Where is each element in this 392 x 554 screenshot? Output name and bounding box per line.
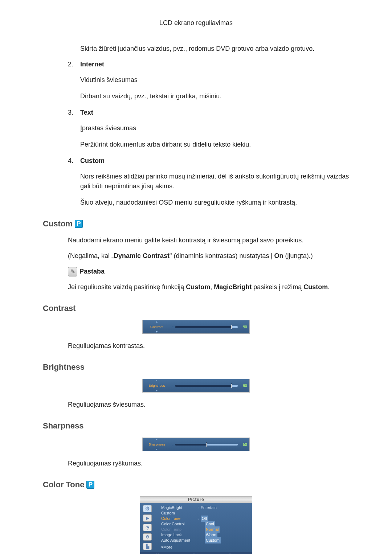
list-desc: Dirbant su vaizdų, pvz., tekstai ir graf… [80, 91, 349, 101]
txt-bold: Dynamic Contrast [114, 252, 170, 259]
list-desc: Įprastas šviesumas [80, 123, 349, 133]
section-colortone-heading: Color Tone P [43, 479, 349, 491]
txt-bold: MagicBright [214, 283, 252, 291]
osd-brightness: Brightness : 90 [43, 379, 349, 393]
osd-bar-label: Brightness [149, 383, 165, 387]
osd-menu-list: MagicBright : EntertainCustomColor Tone … [155, 503, 252, 552]
osd-sep: : [198, 505, 199, 510]
time-icon[interactable]: ◔ [143, 524, 152, 531]
osd-menu-row[interactable]: Color Temp.Normal [161, 527, 252, 532]
footer-move: ✦ Move [152, 553, 165, 554]
contrast-desc: Reguliuojamas kontrastas. [68, 341, 349, 351]
osd-menu-row[interactable]: MagicBright : Entertain [161, 505, 252, 510]
osd-track[interactable] [175, 326, 238, 328]
osd-thumb[interactable] [231, 383, 232, 388]
txt: pasikeis į režimą [252, 283, 303, 291]
osd-menu-footer: ✦ Move ↵ Enter ↺ Return [140, 552, 252, 554]
multi-icon[interactable]: ▙ [143, 543, 152, 550]
txt: " (dinaminis kontrastas) nustatytas į [170, 252, 274, 259]
input-icon[interactable]: ▶ [143, 514, 152, 522]
list-title: Text [80, 108, 93, 118]
txt: (įjungta).) [283, 252, 313, 259]
osd-menu-iconcol: 🖼 ▶ ◔ ⚙ ▙ [140, 503, 155, 552]
list-title: Custom [80, 156, 105, 166]
list-desc: Vidutinis šviesumas [80, 75, 349, 85]
header-title: LCD ekrano reguliavimas [159, 19, 233, 26]
osd-fill [175, 385, 232, 387]
list-number: 4. [68, 156, 80, 166]
section-contrast-heading: Contrast [43, 302, 349, 314]
osd-menu-colortone: Picture 🖼 ▶ ◔ ⚙ ▙ MagicBright : Entertai… [43, 496, 349, 554]
osd-menu-row[interactable]: Image LockWarm [161, 532, 252, 538]
list-desc: Peržiūrint dokumentus arba dirbant su di… [80, 140, 349, 149]
osd-sep: : [198, 516, 199, 521]
osd-menu-title: Picture [140, 497, 252, 503]
osd-menu-row[interactable]: Auto AdjustmentCustom [161, 538, 252, 543]
txt: . [328, 283, 330, 291]
section-title-text: Sharpness [43, 420, 84, 432]
brightness-desc: Reguliuojamas šviesumas. [68, 400, 349, 410]
section-brightness-heading: Brightness [43, 361, 349, 373]
footer-enter: ↵ Enter [189, 553, 201, 554]
txt-bold: Custom [186, 283, 210, 291]
list-item-internet: 2. Internet [68, 59, 349, 69]
txt-bold: On [274, 252, 283, 259]
osd-sep: : [171, 383, 175, 389]
list-number: 3. [68, 108, 80, 118]
osd-menu-row[interactable]: Custom [161, 510, 252, 516]
list-item-custom: 4. Custom [68, 156, 349, 166]
setup-icon[interactable]: ⚙ [143, 533, 152, 541]
p-badge-icon: P [75, 220, 83, 228]
osd-menu[interactable]: Picture 🖼 ▶ ◔ ⚙ ▙ MagicBright : Entertai… [140, 496, 252, 554]
custom-note-text: Jei reguliuosite vaizdą pasirinkę funkci… [68, 282, 349, 292]
osd-bar-label: Sharpness [148, 442, 165, 446]
osd-menu-value: Entertain [201, 505, 230, 511]
txt-bold: Custom [303, 283, 328, 291]
osd-track[interactable] [175, 385, 238, 387]
note-label: Pastaba [79, 267, 105, 276]
list-number: 2. [68, 59, 80, 69]
osd-contrast: Contrast : 90 [43, 320, 349, 334]
page-header: LCD ekrano reguliavimas [43, 18, 349, 31]
osd-bar-label: Contrast [150, 325, 163, 329]
osd-menu-more[interactable]: More [161, 544, 252, 550]
osd-fill [175, 326, 232, 328]
note-row: ✎ Pastaba [68, 267, 349, 276]
list-item-text: 3. Text [68, 108, 349, 118]
osd-value: 90 [241, 383, 249, 389]
osd-bar[interactable]: Brightness : 90 [142, 379, 250, 393]
txt: (Negalima, kai „ [68, 252, 114, 259]
note-icon: ✎ [68, 267, 77, 276]
osd-fill [175, 444, 206, 446]
sharpness-desc: Reguliuojamas ryškumas. [68, 459, 349, 468]
osd-menu-label: Auto Adjustment [161, 537, 205, 543]
osd-menu-value: Custom [205, 537, 221, 543]
osd-track[interactable] [175, 444, 238, 446]
osd-sharpness: Sharpness : 50 [43, 438, 349, 451]
section-sharpness-heading: Sharpness [43, 420, 349, 432]
list-desc: Šiuo atveju, naudodamiesi OSD meniu sure… [80, 198, 349, 208]
intro-description: Skirta žiūrėti judančius vaizdus, pvz., … [80, 44, 349, 54]
custom-p2: (Negalima, kai „Dynamic Contrast" (dinam… [68, 251, 349, 261]
section-title-text: Contrast [43, 302, 75, 314]
section-title-text: Color Tone [43, 479, 84, 491]
osd-thumb[interactable] [206, 442, 207, 447]
osd-menu-row[interactable]: Color Tone : Off [161, 516, 252, 521]
custom-p1: Naudodami ekrano meniu galite keisti kon… [68, 235, 349, 245]
osd-sep: : [171, 442, 175, 448]
osd-menu-row[interactable]: Color ControlCool [161, 521, 252, 527]
list-title: Internet [80, 59, 104, 69]
footer-return: ↺ Return [225, 553, 240, 554]
txt: , [210, 283, 214, 291]
section-title-text: Custom [43, 218, 73, 230]
picture-icon[interactable]: 🖼 [143, 505, 152, 512]
section-title-text: Brightness [43, 361, 85, 373]
osd-thumb[interactable] [231, 325, 232, 329]
p-badge-icon: P [86, 481, 94, 489]
osd-bar[interactable]: Sharpness : 50 [142, 438, 250, 451]
list-desc: Nors reikšmes atidžiai parinko mūsų inži… [80, 172, 349, 191]
txt: Jei reguliuosite vaizdą pasirinkę funkci… [68, 283, 186, 291]
osd-bar[interactable]: Contrast : 90 [142, 320, 250, 334]
section-custom-heading: Custom P [43, 218, 349, 230]
osd-sep: : [171, 324, 175, 330]
